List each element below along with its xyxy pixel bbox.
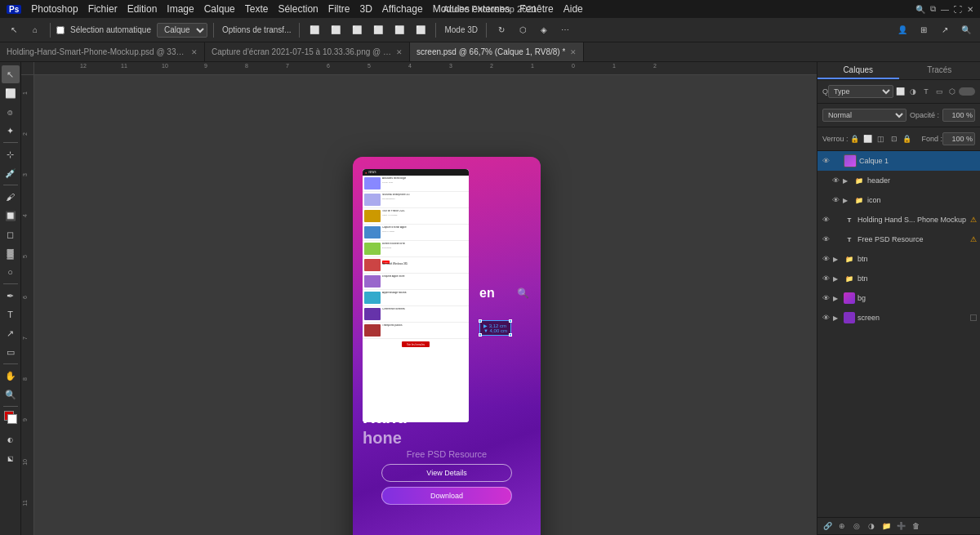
align-mid-icon[interactable]: ⬜ <box>390 21 408 39</box>
menu-calque[interactable]: Calque <box>204 3 235 15</box>
layer-vis-holding[interactable]: 👁 <box>821 215 831 225</box>
lasso-tool[interactable]: ⌾ <box>2 103 20 121</box>
arrange-icon[interactable]: ⧉ <box>930 4 936 14</box>
blend-mode-select[interactable]: Normal <box>822 109 906 122</box>
warp-icon[interactable]: ◈ <box>535 21 553 39</box>
layer-vis-btn2[interactable]: 👁 <box>821 274 831 283</box>
layer-calque1[interactable]: 👁 Calque 1 <box>817 151 980 171</box>
lock-pixel-icon[interactable]: ⬜ <box>862 132 875 145</box>
home-icon[interactable]: ⌂ <box>26 21 44 39</box>
transform-handle-br[interactable] <box>509 333 512 337</box>
align-right-icon[interactable]: ⬜ <box>348 21 366 39</box>
layer-vis-free[interactable]: 👁 <box>821 234 831 244</box>
layer-screen[interactable]: 👁 ▶ screen <box>817 308 980 328</box>
eyedropper-tool[interactable]: 💉 <box>2 164 20 182</box>
align-bottom-icon[interactable]: ⬜ <box>412 21 430 39</box>
shape-tool[interactable]: ▭ <box>2 343 20 361</box>
layer-expand-bg[interactable]: ▶ <box>833 295 841 302</box>
tab-calques[interactable]: Calques <box>817 62 899 79</box>
search-icon[interactable]: 🔍 <box>915 5 925 14</box>
filter-smart-icon[interactable]: ⬡ <box>946 85 959 98</box>
stamp-tool[interactable]: 🔲 <box>2 207 20 225</box>
options-label[interactable]: Options de transf... <box>220 25 294 34</box>
layer-filter-select[interactable]: Type <box>828 85 893 98</box>
layer-expand-icon[interactable]: ▶ <box>843 197 851 204</box>
menu-3d[interactable]: 3D <box>359 3 372 15</box>
add-group-btn[interactable]: 📁 <box>880 519 893 533</box>
minimize-icon[interactable]: — <box>941 5 949 14</box>
transform-handle-bl[interactable] <box>479 333 482 337</box>
color-swatch[interactable] <box>4 411 17 424</box>
fullscreen-icon[interactable]: ⛶ <box>954 5 962 14</box>
move-tool-icon[interactable]: ↖ <box>5 21 23 39</box>
dodge-tool[interactable]: ○ <box>2 263 20 281</box>
layer-type-select[interactable]: Calque <box>157 23 207 38</box>
text-tool[interactable]: T <box>2 305 20 323</box>
magic-wand-tool[interactable]: ✦ <box>2 122 20 140</box>
layer-vis-bg[interactable]: 👁 <box>821 293 831 303</box>
user-icon[interactable]: 👤 <box>893 21 911 39</box>
tab-screen[interactable]: screen.psd @ 66,7% (Calque 1, RV8/8) * ✕ <box>410 42 584 61</box>
tab-holding-hand[interactable]: Holding-Hand-Smart-Phone-Mockup.psd @ 33… <box>0 42 205 61</box>
layer-btn1[interactable]: 👁 ▶ 📁 btn <box>817 249 980 269</box>
filter-pixel-icon[interactable]: ⬜ <box>893 85 906 98</box>
filter-text-icon[interactable]: T <box>920 85 933 98</box>
gradient-tool[interactable]: ▓ <box>2 244 20 262</box>
menu-aide[interactable]: Aide <box>564 3 583 15</box>
layer-expand-btn2[interactable]: ▶ <box>833 275 841 283</box>
lock-position-icon[interactable]: 🔒 <box>849 132 862 145</box>
align-top-icon[interactable]: ⬜ <box>369 21 387 39</box>
layer-expand-screen[interactable]: ▶ <box>833 314 841 322</box>
layer-vis-calque1[interactable]: 👁 <box>821 156 831 166</box>
filter-shape-icon[interactable]: ▭ <box>933 85 946 98</box>
more-options-icon[interactable]: ⋯ <box>556 21 574 39</box>
tab-close-holding-hand[interactable]: ✕ <box>191 48 198 56</box>
tab-close-capture[interactable]: ✕ <box>396 48 403 56</box>
add-mask-btn[interactable]: ◎ <box>850 519 863 533</box>
hand-tool[interactable]: ✋ <box>2 367 20 385</box>
link-layers-btn[interactable]: 🔗 <box>821 519 834 533</box>
layer-free-psd[interactable]: 👁 T Free PSD Resource ⚠ <box>817 230 980 249</box>
view-details-button[interactable]: View Details <box>381 464 512 482</box>
search-toolbar-icon[interactable]: 🔍 <box>957 21 975 39</box>
path-select-tool[interactable]: ↗ <box>2 324 20 342</box>
menu-affichage[interactable]: Affichage <box>382 3 423 15</box>
download-button[interactable]: Download <box>381 487 512 505</box>
menu-filtre[interactable]: Filtre <box>328 3 350 15</box>
auto-select-checkbox[interactable] <box>56 26 65 34</box>
close-icon[interactable]: ✕ <box>967 5 973 14</box>
layer-vis-icon[interactable]: 👁 <box>831 195 840 205</box>
transform-icon[interactable]: ⬡ <box>514 21 532 39</box>
menu-selection[interactable]: Sélection <box>278 3 318 15</box>
tab-capture[interactable]: Capture d'écran 2021-07-15 à 10.33.36.pn… <box>205 42 410 61</box>
layer-holding-hand[interactable]: 👁 T Holding Hand S... Phone Mockup ⚠ <box>817 210 980 230</box>
pen-tool[interactable]: ✒ <box>2 287 20 305</box>
menu-app[interactable]: Ps <box>7 3 21 15</box>
layer-expand-btn1[interactable]: ▶ <box>833 256 841 263</box>
rotate-icon[interactable]: ↻ <box>492 21 510 39</box>
align-left-icon[interactable]: ⬜ <box>305 21 323 39</box>
filter-toggle[interactable] <box>959 87 975 96</box>
menu-edition[interactable]: Edition <box>127 3 158 15</box>
menu-texte[interactable]: Texte <box>245 3 269 15</box>
fill-input[interactable] <box>942 132 975 145</box>
zoom-tool[interactable]: 🔍 <box>2 386 20 403</box>
layer-vis-header[interactable]: 👁 <box>831 176 840 185</box>
transform-handle-tl[interactable] <box>479 319 482 323</box>
quick-mask-tool[interactable]: ◐ <box>2 430 20 448</box>
menu-photoshop[interactable]: Photoshop <box>31 3 78 15</box>
grid-icon[interactable]: ⊞ <box>915 21 933 39</box>
layer-btn2[interactable]: 👁 ▶ 📁 btn <box>817 269 980 288</box>
menu-image[interactable]: Image <box>167 3 194 15</box>
eraser-tool[interactable]: ◻ <box>2 225 20 243</box>
crop-tool[interactable]: ⊹ <box>2 145 20 163</box>
opacity-input[interactable] <box>942 109 975 122</box>
tab-traces[interactable]: Tracés <box>899 62 981 79</box>
menu-fichier[interactable]: Fichier <box>88 3 118 15</box>
background-color[interactable] <box>7 414 17 424</box>
layer-header[interactable]: 👁 ▶ 📁 header <box>817 171 980 190</box>
transform-handle-tr[interactable] <box>509 319 512 323</box>
add-adjustment-btn[interactable]: ◑ <box>865 519 878 533</box>
lock-all-icon[interactable]: 🔒 <box>901 132 914 145</box>
delete-layer-btn[interactable]: 🗑 <box>909 519 922 533</box>
